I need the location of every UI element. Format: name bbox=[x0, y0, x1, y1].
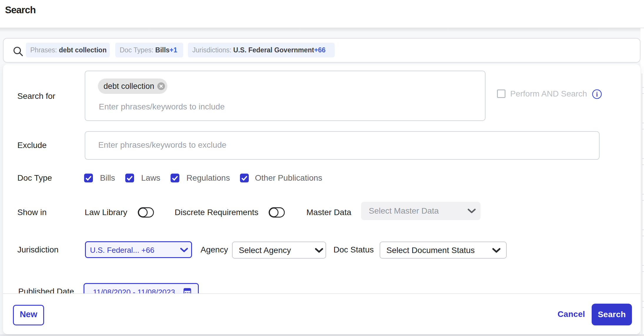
svg-text:i: i bbox=[596, 91, 598, 98]
